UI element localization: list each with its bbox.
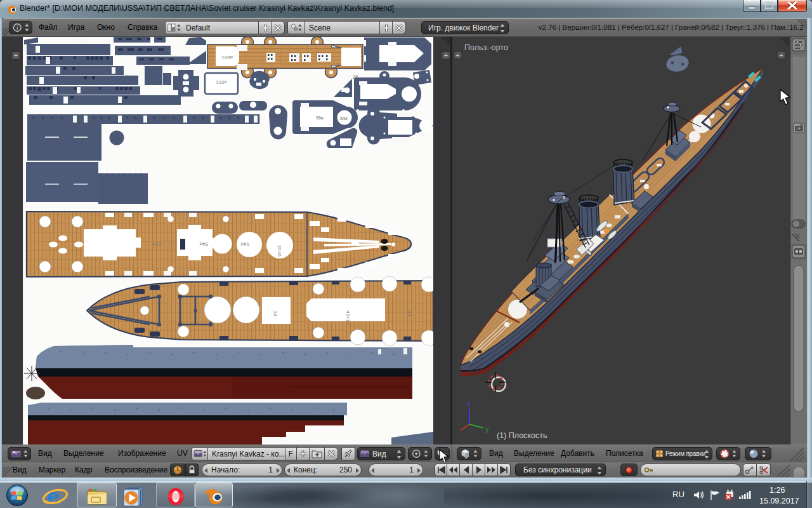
svg-text:44: 44 [407, 311, 412, 316]
svg-text:y: y [485, 425, 489, 433]
svg-text:+: + [780, 52, 783, 59]
svg-text:a601: a601 [221, 55, 233, 60]
svg-text:20-46: 20-46 [277, 245, 282, 257]
svg-text:Польз.-орто: Польз.-орто [464, 43, 508, 52]
svg-text:(1) Плоскость: (1) Плоскость [497, 431, 547, 440]
svg-text:43+1c: 43+1c [345, 311, 351, 324]
svg-text:1a: 1a [273, 311, 278, 316]
svg-text:54d: 54d [241, 241, 249, 247]
svg-text:z: z [467, 400, 471, 408]
svg-text:54d: 54d [340, 116, 348, 121]
svg-text:a001: a001 [216, 79, 227, 85]
svg-text:+: + [456, 52, 460, 59]
svg-text:56a: 56a [316, 116, 324, 120]
svg-text:e: e [47, 485, 59, 507]
svg-text:54a: 54a [199, 241, 208, 247]
svg-text:87a: 87a [152, 241, 161, 247]
svg-text:i: i [16, 25, 18, 31]
